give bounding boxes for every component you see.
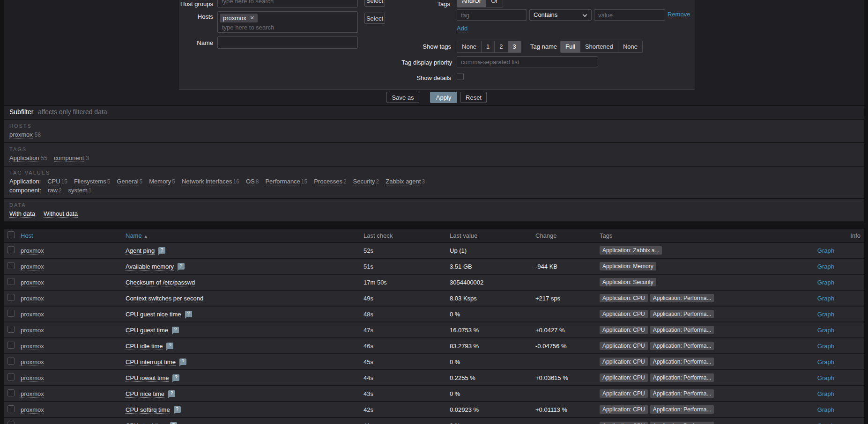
subfilter-link[interactable]: Filesystems — [74, 178, 106, 185]
subfilter-link[interactable]: CPU — [47, 178, 60, 185]
row-checkbox[interactable] — [7, 422, 15, 424]
tag-name-input[interactable] — [457, 9, 527, 21]
tag-operator-select[interactable]: Contains — [529, 9, 592, 21]
graph-link[interactable]: Graph — [817, 247, 834, 254]
tag-chip[interactable]: Application: Security — [600, 278, 656, 286]
help-icon[interactable]: ? — [174, 406, 181, 413]
tag-chip[interactable]: Application: Zabbix a... — [600, 246, 662, 255]
tag-chip[interactable]: Application: Performa... — [650, 342, 714, 350]
tag-name-shortened[interactable]: Shortened — [580, 41, 618, 52]
row-host-link[interactable]: proxmox — [21, 374, 44, 382]
tag-chip[interactable]: Application: CPU — [600, 326, 648, 334]
help-icon[interactable]: ? — [158, 247, 165, 254]
item-name-link[interactable]: Available memory — [126, 263, 174, 270]
row-checkbox[interactable] — [7, 358, 15, 365]
graph-link[interactable]: Graph — [817, 343, 834, 350]
row-host-link[interactable]: proxmox — [21, 263, 44, 270]
select-all-checkbox[interactable] — [7, 231, 15, 238]
help-icon[interactable]: ? — [166, 343, 173, 349]
apply-button[interactable]: Apply — [430, 92, 457, 103]
row-checkbox[interactable] — [7, 246, 15, 253]
subfilter-link[interactable]: Performance — [265, 178, 300, 185]
hosts-select-button[interactable]: Select — [364, 13, 385, 24]
subfilter-link[interactable]: With data — [9, 210, 35, 218]
row-host-link[interactable]: proxmox — [21, 295, 44, 302]
item-name-link[interactable]: Checksum of /etc/passwd — [126, 279, 195, 286]
tag-chip[interactable]: Application: CPU — [600, 389, 648, 398]
row-checkbox[interactable] — [7, 373, 15, 380]
subfilter-link[interactable]: Network interfaces — [182, 178, 232, 185]
tag-chip[interactable]: Application: Performa... — [650, 310, 714, 318]
row-checkbox[interactable] — [7, 294, 15, 301]
tag-chip[interactable]: Application: Performa... — [650, 326, 714, 334]
help-icon[interactable]: ? — [170, 422, 177, 424]
save-as-button[interactable]: Save as — [386, 92, 419, 103]
row-host-link[interactable]: proxmox — [21, 358, 44, 366]
tag-chip[interactable]: Application: CPU — [600, 373, 648, 382]
subfilter-link[interactable]: Memory — [149, 178, 171, 185]
tag-chip[interactable]: Application: Performa... — [650, 358, 714, 366]
item-name-link[interactable]: Agent ping — [126, 247, 155, 255]
tag-chip[interactable]: Application: CPU — [600, 294, 648, 302]
row-checkbox[interactable] — [7, 405, 15, 412]
help-icon[interactable]: ? — [178, 263, 185, 270]
row-host-link[interactable]: proxmox — [21, 343, 44, 350]
graph-link[interactable]: Graph — [817, 358, 834, 366]
tag-chip[interactable]: Application: Performa... — [650, 389, 714, 398]
row-checkbox[interactable] — [7, 278, 15, 285]
item-name-link[interactable]: CPU iowait time — [126, 374, 169, 382]
show-details-checkbox[interactable] — [457, 73, 464, 80]
tag-chip[interactable]: Application: Performa... — [650, 373, 714, 382]
graph-link[interactable]: Graph — [817, 327, 834, 334]
tags-operator-andor[interactable]: And/Or — [457, 0, 486, 7]
item-name-link[interactable]: CPU guest nice time — [126, 311, 181, 318]
subfilter-link[interactable]: General — [117, 178, 138, 185]
tag-chip[interactable]: Application: Performa... — [650, 405, 714, 414]
row-host-link[interactable]: proxmox — [21, 327, 44, 334]
name-input[interactable] — [217, 37, 358, 49]
host-chip[interactable]: proxmox ✕ — [220, 14, 258, 22]
tag-chip[interactable]: Application: CPU — [600, 422, 648, 424]
show-tags-none[interactable]: None — [457, 41, 481, 52]
tag-value-input[interactable] — [594, 9, 665, 21]
subfilter-link[interactable]: Zabbix agent — [386, 178, 421, 185]
tag-add-link[interactable]: Add — [457, 25, 467, 32]
row-checkbox[interactable] — [7, 262, 15, 269]
row-host-link[interactable]: proxmox — [21, 406, 44, 414]
help-icon[interactable]: ? — [179, 358, 186, 365]
row-checkbox[interactable] — [7, 389, 15, 396]
host-groups-input[interactable] — [217, 0, 358, 7]
graph-link[interactable]: Graph — [817, 390, 834, 397]
item-name-link[interactable]: CPU steal time — [126, 422, 166, 424]
row-checkbox[interactable] — [7, 310, 15, 317]
item-name-link[interactable]: CPU softirq time — [126, 406, 170, 414]
tag-name-full[interactable]: Full — [561, 41, 580, 52]
subfilter-link[interactable]: component — [54, 154, 84, 162]
help-icon[interactable]: ? — [172, 327, 179, 333]
tag-name-none[interactable]: None — [618, 41, 642, 52]
remove-chip-icon[interactable]: ✕ — [250, 15, 254, 21]
graph-link[interactable]: Graph — [817, 263, 834, 270]
column-header-name[interactable]: Name — [126, 232, 142, 239]
row-checkbox[interactable] — [7, 342, 15, 349]
tag-chip[interactable]: Application: CPU — [600, 310, 648, 318]
subfilter-link[interactable]: Security — [353, 178, 375, 185]
tag-remove-link[interactable]: Remove — [668, 11, 690, 18]
row-checkbox[interactable] — [7, 326, 15, 333]
row-host-link[interactable]: proxmox — [21, 311, 44, 318]
subfilter-link[interactable]: system — [68, 187, 88, 194]
subfilter-link[interactable]: Without data — [44, 210, 78, 218]
row-host-link[interactable]: proxmox — [21, 279, 44, 286]
subfilter-link[interactable]: raw — [48, 187, 58, 194]
tag-chip[interactable]: Application: Performa... — [650, 294, 714, 302]
item-name-link[interactable]: CPU interrupt time — [126, 358, 176, 366]
item-name-link[interactable]: CPU idle time — [126, 343, 163, 350]
tags-operator-or[interactable]: Or — [486, 0, 502, 7]
row-host-link[interactable]: proxmox — [21, 247, 44, 255]
help-icon[interactable]: ? — [172, 374, 179, 381]
row-host-link[interactable]: proxmox — [21, 422, 44, 424]
hosts-input[interactable]: proxmox ✕ type here to search — [217, 11, 358, 33]
help-icon[interactable]: ? — [168, 390, 175, 397]
show-tags-1[interactable]: 1 — [481, 41, 494, 52]
show-tags-3[interactable]: 3 — [508, 41, 521, 52]
